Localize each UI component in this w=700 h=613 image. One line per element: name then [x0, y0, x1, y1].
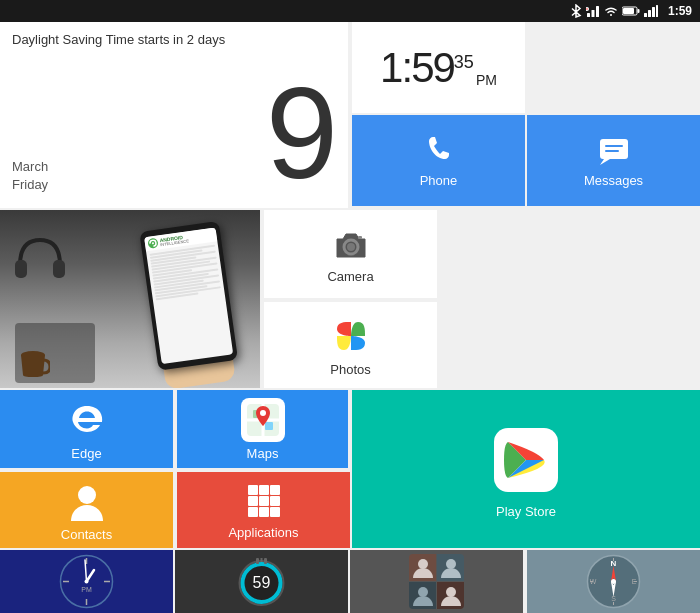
svg-rect-16 [15, 260, 27, 278]
phone-messages-row: Phone Messages [350, 115, 700, 208]
clock-tile[interactable]: 1:59 35 PM [350, 22, 525, 115]
calendar-tile[interactable]: Daylight Saving Time starts in 2 days 9 … [0, 22, 350, 210]
day-number: 9 [266, 68, 338, 198]
svg-rect-8 [644, 13, 647, 17]
phone-icon [421, 133, 457, 169]
svg-point-21 [347, 243, 355, 251]
contacts-icon [65, 479, 109, 523]
applications-label: Applications [228, 525, 298, 540]
svg-rect-35 [259, 507, 269, 517]
svg-rect-50 [256, 558, 259, 564]
svg-rect-7 [623, 8, 634, 14]
camera-icon [331, 225, 371, 265]
phone-device: ANDROID INTELLIGENCE [139, 221, 238, 371]
svg-text:59: 59 [253, 574, 271, 591]
compass-tile[interactable]: N S E W [525, 550, 700, 613]
maps-tile[interactable]: Maps [175, 390, 350, 470]
phone-label: Phone [420, 173, 458, 188]
signal-minus-icon [586, 5, 600, 17]
row4-bottom: PM 59 [0, 550, 700, 613]
svg-rect-2 [596, 6, 599, 17]
coffee-cup [20, 345, 50, 380]
row2: ANDROID INTELLIGENCE [0, 210, 700, 390]
ai-logo-circle [147, 238, 158, 249]
svg-rect-36 [270, 507, 280, 517]
compass-icon: N S E W [586, 554, 641, 609]
svg-marker-13 [600, 159, 610, 165]
photos-label: Photos [330, 362, 370, 377]
svg-rect-34 [248, 507, 258, 517]
contacts-label: Contacts [61, 527, 112, 542]
edge-tile[interactable]: Edge [0, 390, 175, 470]
timer-icon: 59 [234, 554, 289, 609]
applications-tile[interactable]: Applications [175, 470, 350, 550]
status-bar: 1:59 [0, 0, 700, 22]
maps-label: Maps [247, 446, 279, 461]
svg-rect-28 [248, 485, 258, 495]
svg-point-56 [446, 587, 456, 597]
svg-rect-32 [259, 496, 269, 506]
android-image-tile[interactable]: ANDROID INTELLIGENCE [0, 210, 262, 390]
daylight-text: Daylight Saving Time starts in 2 days [12, 32, 336, 49]
photos-icon [329, 314, 373, 358]
analog-clock-icon: PM [59, 554, 114, 609]
svg-text:S: S [611, 595, 616, 602]
people-tile[interactable] [350, 550, 525, 613]
svg-rect-22 [358, 236, 362, 239]
headphones [10, 230, 70, 280]
clock-seconds: 35 [454, 52, 474, 73]
edge-icon [65, 398, 109, 442]
svg-rect-0 [587, 13, 590, 17]
messages-tile[interactable]: Messages [525, 115, 700, 208]
svg-rect-30 [270, 485, 280, 495]
photos-tile[interactable]: Photos [262, 300, 437, 390]
battery-icon [622, 6, 640, 16]
person-3 [409, 582, 436, 609]
messages-icon [596, 133, 632, 169]
status-time: 1:59 [668, 4, 692, 18]
svg-point-53 [418, 559, 428, 569]
svg-rect-29 [259, 485, 269, 495]
svg-rect-25 [265, 422, 273, 430]
phone-tile[interactable]: Phone [350, 115, 525, 208]
svg-rect-15 [605, 150, 619, 152]
clock-widget-tile[interactable]: PM [0, 550, 175, 613]
applications-icon [244, 481, 284, 521]
row3-container: Edge [0, 390, 700, 550]
clock-time: 1:59 [380, 44, 454, 92]
ai-article-content [146, 241, 225, 304]
svg-point-55 [418, 587, 428, 597]
playstore-icon [486, 420, 566, 500]
svg-rect-6 [637, 9, 639, 13]
camera-tile[interactable]: Camera [262, 210, 437, 300]
svg-point-26 [260, 410, 266, 416]
svg-rect-17 [53, 260, 65, 278]
svg-rect-14 [605, 145, 623, 147]
bluetooth-icon [570, 4, 582, 18]
edge-label: Edge [71, 446, 101, 461]
svg-rect-4 [586, 9, 588, 10]
status-icons: 1:59 [570, 4, 692, 18]
svg-point-27 [78, 486, 96, 504]
maps-icon-bg [241, 398, 285, 442]
svg-rect-12 [600, 139, 628, 159]
timer-tile[interactable]: 59 [175, 550, 350, 613]
svg-rect-11 [656, 5, 658, 17]
clock-ampm: PM [476, 72, 497, 88]
playstore-tile[interactable]: Play Store [350, 390, 700, 550]
svg-rect-33 [270, 496, 280, 506]
tile-grid: Daylight Saving Time starts in 2 days 9 … [0, 22, 700, 613]
person-1 [409, 554, 436, 581]
signal-bars-icon [644, 5, 658, 17]
svg-point-46 [85, 580, 89, 584]
contacts-tile[interactable]: Contacts [0, 470, 175, 550]
svg-text:PM: PM [81, 586, 92, 593]
person-2 [437, 554, 464, 581]
people-grid [409, 554, 464, 609]
svg-rect-9 [648, 10, 651, 17]
svg-rect-51 [264, 558, 267, 564]
left-grid: Edge [0, 390, 350, 550]
svg-rect-1 [591, 10, 594, 17]
date-label: March Friday [12, 158, 48, 194]
svg-rect-31 [248, 496, 258, 506]
